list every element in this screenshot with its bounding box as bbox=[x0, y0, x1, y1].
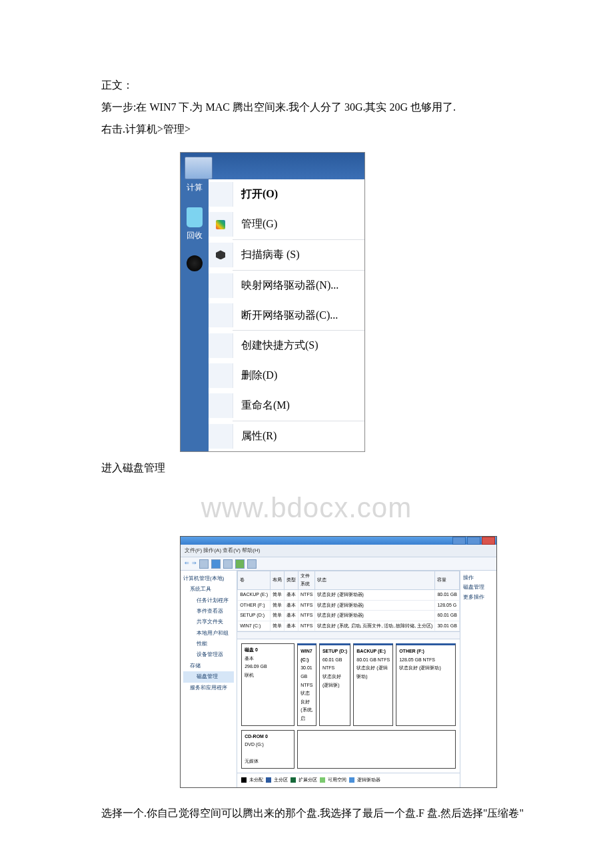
legend: 未分配 主分区 扩展分区 可用空间 逻辑驱动器 bbox=[237, 773, 460, 787]
main-pane: 卷 布局 类型 文件系统 状态 容量 BACKUP (E:)简单基本NTFS状态… bbox=[237, 571, 460, 787]
col-vol[interactable]: 卷 bbox=[238, 571, 271, 589]
toolbar-icon[interactable] bbox=[247, 559, 257, 569]
table-row[interactable]: OTHER (F:)简单基本NTFS状态良好 (逻辑驱动器)128.05 G bbox=[238, 600, 460, 611]
col-layout[interactable]: 布局 bbox=[271, 571, 285, 589]
watermark-text: www.bdocx.com bbox=[80, 483, 533, 533]
paragraph-diskmgmt: 进入磁盘管理 bbox=[80, 459, 533, 478]
menu-map-drive[interactable]: 映射网络驱动器(N)... bbox=[209, 271, 364, 301]
col-fs[interactable]: 文件系统 bbox=[299, 571, 315, 589]
computer-icon bbox=[185, 157, 213, 179]
menu-shortcut[interactable]: 创建快捷方式(S) bbox=[209, 331, 364, 361]
toolbar-icon[interactable] bbox=[211, 559, 221, 569]
tree-root[interactable]: 计算机管理(本地) bbox=[183, 573, 234, 584]
paragraph-rightclick: 右击.计算机>管理> bbox=[80, 120, 533, 139]
recycle-label: 回收 bbox=[187, 229, 203, 243]
tree-devmgr[interactable]: 设备管理器 bbox=[183, 649, 234, 660]
partition-c[interactable]: WIN7 (C:) 30.01 GB NTFS 状态良好 (系统, 启 bbox=[297, 643, 316, 725]
computer-label: 计算 bbox=[187, 181, 203, 195]
forward-icon[interactable]: ⇒ bbox=[192, 559, 197, 568]
table-row[interactable]: BACKUP (E:)简单基本NTFS状态良好 (逻辑驱动器)80.01 GB bbox=[238, 589, 460, 600]
actions-header: 操作 bbox=[463, 573, 494, 583]
menubar[interactable]: 文件(F) 操作(A) 查看(V) 帮助(H) bbox=[181, 545, 496, 557]
antivirus-icon bbox=[216, 250, 225, 259]
menu-rename[interactable]: 重命名(M) bbox=[209, 391, 364, 421]
menu-scan[interactable]: 扫描病毒 (S) bbox=[209, 240, 364, 270]
col-cap[interactable]: 容量 bbox=[435, 571, 460, 589]
toolbar-icon[interactable] bbox=[199, 559, 209, 569]
partition-f[interactable]: OTHER (F:) 128.05 GB NTFS 状态良好 (逻辑驱动) bbox=[396, 643, 456, 725]
partition-d[interactable]: SETUP (D:) 60.01 GB NTFS 状态良好 (逻辑驱) bbox=[319, 643, 350, 725]
menu-manage[interactable]: 管理(G) bbox=[209, 209, 364, 239]
context-menu-list: 打开(O) 管理(G) 扫描病毒 (S) 映射网络驱动器(N)... bbox=[209, 179, 364, 451]
tree-perf[interactable]: 性能 bbox=[183, 639, 234, 649]
screenshot-disk-management: 文件(F) 操作(A) 查看(V) 帮助(H) ⇐ ⇒ 计算机管理(本地) 系统… bbox=[180, 536, 497, 788]
recycle-bin-icon bbox=[187, 207, 203, 227]
desktop-strip bbox=[181, 153, 364, 179]
maximize-button[interactable] bbox=[467, 537, 480, 545]
minimize-button[interactable] bbox=[452, 537, 466, 545]
desktop-icons-column: 计算 回收 bbox=[181, 179, 209, 451]
tree-storage[interactable]: 存储 bbox=[183, 661, 234, 671]
back-icon[interactable]: ⇐ bbox=[185, 559, 189, 568]
paragraph-step1: 第一步:在 WIN7 下.为 MAC 腾出空间来.我个人分了 30G.其实 20… bbox=[80, 98, 533, 117]
tree-eventviewer[interactable]: 事件查看器 bbox=[183, 606, 234, 617]
close-button[interactable] bbox=[482, 537, 495, 545]
actions-pane: 操作 磁盘管理 更多操作 bbox=[460, 571, 496, 787]
menu-delete[interactable]: 删除(D) bbox=[209, 361, 364, 391]
document-body: 正文： 第一步:在 WIN7 下.为 MAC 腾出空间来.我个人分了 30G.其… bbox=[0, 0, 613, 860]
heading-text: 正文： bbox=[80, 76, 533, 95]
tree-scheduler[interactable]: 任务计划程序 bbox=[183, 595, 234, 606]
tree-systools[interactable]: 系统工具 bbox=[183, 584, 234, 595]
toolbar-icon[interactable] bbox=[235, 559, 245, 569]
tree-services[interactable]: 服务和应用程序 bbox=[183, 683, 234, 693]
tree-localusers[interactable]: 本地用户和组 bbox=[183, 628, 234, 639]
cdrom-label[interactable]: CD-ROM 0 DVD (G:) 无媒体 bbox=[241, 730, 295, 769]
col-status[interactable]: 状态 bbox=[315, 571, 435, 589]
menu-properties[interactable]: 属性(R) bbox=[209, 421, 364, 451]
scrollbar[interactable] bbox=[237, 631, 460, 639]
menu-open[interactable]: 打开(O) bbox=[209, 179, 364, 209]
menu-disconnect-drive[interactable]: 断开网络驱动器(C)... bbox=[209, 301, 364, 331]
tree-diskmgmt[interactable]: 磁盘管理 bbox=[183, 671, 234, 682]
actions-more[interactable]: 更多操作 bbox=[463, 593, 494, 602]
shield-icon bbox=[216, 220, 225, 229]
qq-icon bbox=[187, 255, 203, 271]
tree-shared[interactable]: 共享文件夹 bbox=[183, 617, 234, 627]
toolbar-icon[interactable] bbox=[223, 559, 233, 569]
toolbar: ⇐ ⇒ bbox=[181, 557, 496, 570]
table-row[interactable]: WIN7 (C:)简单基本NTFS状态良好 (系统, 启动, 页面文件, 活动,… bbox=[238, 621, 460, 631]
titlebar bbox=[181, 537, 496, 545]
partition-e[interactable]: BACKUP (E:) 80.01 GB NTFS 状态良好 (逻辑驱动) bbox=[353, 643, 393, 725]
tree-pane: 计算机管理(本地) 系统工具 任务计划程序 事件查看器 共享文件夹 本地用户和组… bbox=[181, 571, 237, 787]
paragraph-select-disk: 选择一个.你自己觉得空间可以腾出来的那个盘.我选择了最后一个盘.F 盘.然后选择… bbox=[80, 804, 533, 823]
disk0-label[interactable]: 磁盘 0 基本 298.09 GB 联机 bbox=[241, 643, 295, 725]
actions-diskmgmt[interactable]: 磁盘管理 bbox=[463, 583, 494, 592]
disk-graphical-view: 磁盘 0 基本 298.09 GB 联机 WIN7 (C:) 30.01 GB … bbox=[237, 639, 460, 773]
volumes-table: 卷 布局 类型 文件系统 状态 容量 BACKUP (E:)简单基本NTFS状态… bbox=[237, 571, 460, 632]
col-type[interactable]: 类型 bbox=[285, 571, 299, 589]
screenshot-context-menu: 计算 回收 打开(O) 管理(G) 扫描病毒 (S) bbox=[180, 152, 365, 451]
table-row[interactable]: SETUP (D:)简单基本NTFS状态良好 (逻辑驱动器)60.01 GB bbox=[238, 611, 460, 621]
